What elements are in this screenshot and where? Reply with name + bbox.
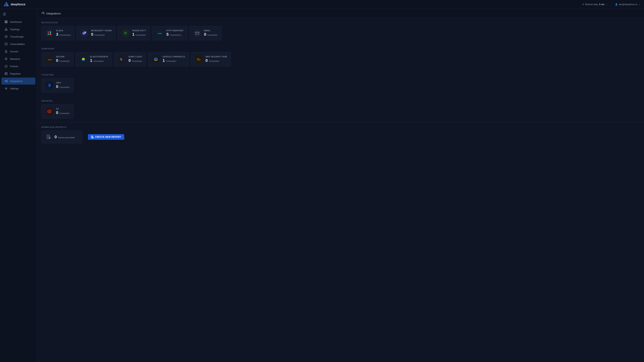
pagerduty-name: PAGER DUTY (132, 30, 146, 32)
svg-point-22 (7, 80, 8, 81)
topbar-left: deepfence (4, 2, 25, 7)
pagerduty-card[interactable]: P PAGER DUTY 1 Connection (118, 26, 150, 40)
svg-rect-5 (5, 22, 6, 23)
dashboard-icon (4, 20, 8, 24)
svg-text:!: ! (6, 43, 6, 45)
sidebar-item-settings[interactable]: Settings (2, 85, 35, 92)
reports-card[interactable]: 0 Reports generated (42, 130, 82, 143)
splunk-count-label: Connection (59, 60, 70, 62)
topology-icon (4, 28, 8, 31)
svg-point-29 (44, 13, 44, 14)
aws-security-card[interactable]: aws AWS SECURITY HUB 0 Connection (191, 52, 231, 66)
sidebar-item-label: Registries (10, 72, 21, 75)
jira-count-row: 0 Connection (56, 84, 70, 89)
email-count-row: 0 Connection (204, 32, 218, 37)
sidebar-item-secrets[interactable]: Secrets (2, 48, 35, 55)
s3-card[interactable]: S3 0 Connection (42, 104, 74, 119)
create-report-label: CREATE NEW REPORT (95, 136, 121, 138)
teams-count-label: Connection (94, 34, 105, 36)
sidebar-hamburger-button[interactable]: ☰ (0, 10, 37, 18)
slack-info: SLACK 3 Connections (56, 30, 70, 37)
svg-rect-33 (50, 32, 51, 33)
pagerduty-logo: P (122, 29, 130, 37)
elasticsearch-card[interactable]: ELASTICSEARCH 1 Connection (76, 52, 112, 66)
sumo-info: SUMO LOGIC 0 Connection (128, 56, 142, 63)
svg-text:T: T (85, 32, 86, 34)
chronicle-info: GOOGLE CHRONICLE 1 Connection (162, 56, 185, 63)
create-report-icon (91, 136, 94, 138)
sidebar-item-vulnerabilities[interactable]: ! Vulnerabilities (2, 41, 35, 48)
email-count-label: Connection (208, 34, 218, 36)
svg-rect-35 (50, 34, 51, 35)
elasticsearch-count: 1 (90, 58, 92, 63)
chronicle-name: GOOGLE CHRONICLE (162, 56, 185, 58)
teams-logo: T T (80, 29, 88, 37)
http-name: HTTP ENDPOINT (166, 30, 184, 32)
svg-rect-34 (48, 34, 49, 35)
integrations-icon (4, 79, 8, 83)
page-header: Integrations (37, 9, 644, 18)
svg-line-24 (6, 81, 7, 81)
teams-count-row: 0 Connection (91, 32, 112, 37)
svg-text:T: T (83, 33, 84, 35)
sidebar-item-integrations[interactable]: Integrations (2, 78, 35, 85)
svg-point-26 (6, 88, 7, 89)
reports-icon (45, 134, 52, 140)
svg-point-28 (44, 12, 44, 13)
email-card[interactable]: EMAIL 0 Connection (189, 26, 222, 40)
jira-name: JIRA (56, 82, 70, 84)
svg-rect-4 (6, 21, 8, 22)
http-count-label: Connections (170, 34, 181, 36)
main-content: Integrations NOTIFICATION (37, 9, 644, 362)
svg-text:HTTP: HTTP (158, 33, 162, 35)
aws-security-name: AWS SECURITY HUB (206, 56, 227, 58)
topbar: deepfence ↺ Refresh data 5 min ⌄ 👤 dev@d… (0, 0, 644, 9)
sumo-count: 0 (128, 58, 131, 63)
sidebar-item-malwares[interactable]: Malwares (2, 55, 35, 62)
splunk-card[interactable]: splunk SPLUNK 0 Connection (42, 52, 74, 66)
sidebar-item-registries[interactable]: Registries (2, 70, 35, 77)
notification-cards-grid: SLACK 3 Connections T T (42, 26, 640, 40)
chronicle-card[interactable]: GOOGLE CHRONICLE 1 Connection (148, 52, 189, 66)
sidebar-item-posture[interactable]: Posture (2, 63, 35, 70)
svg-rect-18 (5, 73, 7, 75)
svg-text:aws: aws (197, 58, 200, 59)
slack-card[interactable]: SLACK 3 Connections (42, 26, 74, 40)
sidebar-item-dashboard[interactable]: Dashboard (2, 18, 35, 25)
svg-point-27 (42, 13, 42, 13)
topbar-right: ↺ Refresh data 5 min ⌄ 👤 dev@deepfence.i… (582, 2, 640, 7)
slack-name: SLACK (56, 30, 70, 32)
svg-text:mo: mo (120, 59, 122, 61)
svg-point-49 (82, 59, 85, 61)
deepfence-logo-icon (4, 2, 9, 7)
siem-cards-grid: splunk SPLUNK 0 Connection (42, 52, 640, 66)
svg-point-54 (155, 59, 156, 60)
sumo-count-label: Connection (132, 60, 142, 62)
splunk-info: SPLUNK 0 Connection (56, 56, 70, 63)
email-name: EMAIL (204, 30, 218, 32)
user-menu-button[interactable]: 👤 dev@deepfence.io ⌄ (615, 3, 640, 6)
create-report-button[interactable]: CREATE NEW REPORT (88, 134, 124, 140)
elasticsearch-count-label: Connection (93, 60, 104, 62)
teams-card[interactable]: T T MICROSOFT TEAMS 0 Connection (76, 26, 116, 40)
chronicle-count: 1 (162, 58, 165, 63)
page-header-icon (42, 12, 44, 15)
sidebar-item-label: Vulnerabilities (10, 43, 25, 46)
threatgraph-icon (4, 35, 8, 38)
sumo-card[interactable]: su mo SUMO LOGIC 0 Connection (114, 52, 146, 66)
siem-section-label: SIEM/SOAR (42, 48, 640, 50)
sidebar-item-threatgraph[interactable]: ThreatGraph (2, 33, 35, 40)
jira-logo (45, 81, 54, 89)
sidebar-item-label: Integrations (10, 80, 22, 83)
ticketing-cards-grid: JIRA 0 Connection (42, 78, 640, 93)
refresh-button[interactable]: ↺ Refresh data 5 min ⌄ (582, 3, 608, 6)
sidebar-item-label: Settings (10, 87, 19, 90)
teams-name: MICROSOFT TEAMS (91, 30, 112, 32)
elasticsearch-info: ELASTICSEARCH 1 Connection (90, 56, 108, 63)
sidebar-item-topology[interactable]: Topology (2, 26, 35, 33)
http-card[interactable]: HTTP HTTP ENDPOINT 5 Connections (152, 26, 188, 40)
sidebar: ☰ Dashboard Topology ThreatGraph ! Vulne… (0, 9, 37, 362)
registries-icon (4, 72, 8, 75)
slack-count-row: 3 Connections (56, 32, 70, 37)
jira-card[interactable]: JIRA 0 Connection (42, 78, 74, 93)
